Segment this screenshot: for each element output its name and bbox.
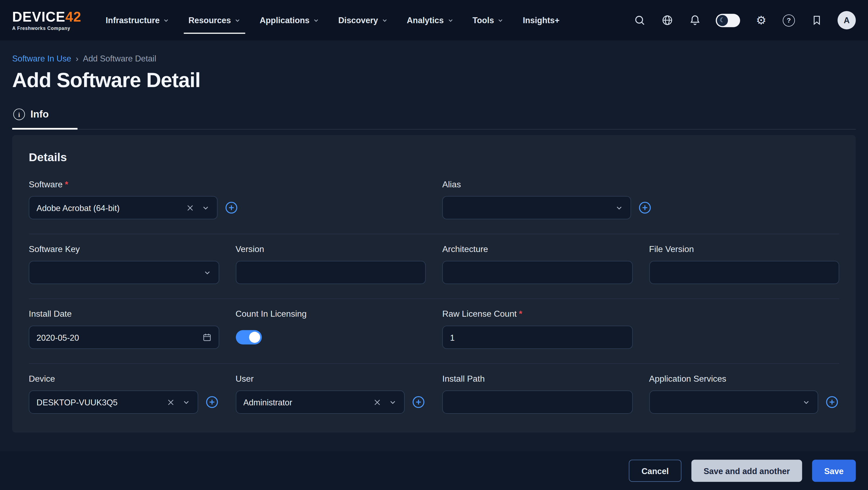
- chevron-down-icon: [381, 17, 388, 24]
- install-date-input-box: [29, 325, 219, 349]
- chevron-down-icon[interactable]: [802, 398, 810, 406]
- moon-icon: ☾: [717, 15, 728, 26]
- field-label: Install Date: [29, 309, 72, 319]
- user-select[interactable]: Administrator: [236, 391, 405, 414]
- form-row-1: Software* Adobe Acrobat (64-bit) Alias: [29, 170, 839, 234]
- nav-item-applications[interactable]: Applications: [260, 0, 319, 40]
- version-input[interactable]: [243, 268, 418, 277]
- brand-logo[interactable]: DEVICE42 A Freshworks Company: [12, 10, 81, 31]
- application-services-select[interactable]: [649, 391, 818, 414]
- add-application-service-button[interactable]: [825, 395, 839, 409]
- software-select[interactable]: Adobe Acrobat (64-bit): [29, 196, 218, 219]
- calendar-icon[interactable]: [202, 333, 211, 342]
- count-in-licensing-toggle[interactable]: [236, 330, 261, 344]
- field-label: Architecture: [442, 244, 488, 254]
- bookmark-icon[interactable]: [810, 13, 823, 27]
- chevron-down-icon: [235, 17, 241, 24]
- field-user: User Administrator: [236, 374, 426, 414]
- field-label: Raw License Count: [442, 309, 517, 319]
- required-marker: *: [519, 309, 522, 319]
- add-user-button[interactable]: [411, 395, 426, 409]
- top-navbar: DEVICE42 A Freshworks Company Infrastruc…: [0, 0, 868, 40]
- user-avatar[interactable]: A: [838, 11, 856, 29]
- file-version-input-box: [649, 261, 839, 284]
- main-nav: Infrastructure Resources Applications Di…: [105, 0, 560, 40]
- action-footer: Cancel Save and add another Save: [0, 452, 868, 490]
- install-path-input-box: [442, 391, 632, 414]
- chevron-down-icon[interactable]: [182, 398, 190, 406]
- tab-label: Info: [30, 109, 49, 120]
- info-icon: i: [13, 109, 25, 120]
- field-count-in-licensing: Count In Licensing: [236, 309, 426, 349]
- field-label: Device: [29, 374, 55, 384]
- chevron-down-icon[interactable]: [202, 203, 210, 212]
- raw-license-count-input[interactable]: [450, 333, 625, 342]
- settings-gear-icon[interactable]: ⚙: [754, 13, 768, 27]
- save-and-add-another-button[interactable]: Save and add another: [691, 460, 802, 482]
- file-version-input[interactable]: [657, 268, 831, 277]
- globe-icon[interactable]: [660, 13, 674, 27]
- chevron-down-icon[interactable]: [389, 398, 397, 406]
- chevron-down-icon: [447, 17, 454, 24]
- tab-bar: i Info: [12, 109, 856, 129]
- add-device-button[interactable]: [205, 395, 219, 409]
- toggle-knob: [249, 332, 260, 343]
- chevron-down-icon[interactable]: [615, 203, 623, 212]
- form-row-2: Software Key Version: [29, 234, 839, 298]
- nav-item-discovery[interactable]: Discovery: [338, 0, 388, 40]
- chevron-down-icon[interactable]: [203, 268, 211, 277]
- field-software: Software* Adobe Acrobat (64-bit): [29, 179, 426, 220]
- install-date-input[interactable]: [37, 333, 202, 342]
- clear-icon[interactable]: [186, 203, 194, 212]
- architecture-input[interactable]: [450, 268, 625, 277]
- brand-tagline: A Freshworks Company: [12, 25, 81, 31]
- breadcrumb-parent-link[interactable]: Software In Use: [12, 54, 71, 63]
- field-application-services: Application Services: [649, 374, 839, 414]
- save-button[interactable]: Save: [812, 460, 856, 482]
- field-label: Application Services: [649, 374, 726, 384]
- brand-name: DEVICE42: [12, 10, 81, 24]
- software-key-select[interactable]: [29, 261, 219, 284]
- field-file-version: File Version: [649, 244, 839, 284]
- clear-icon[interactable]: [166, 398, 175, 406]
- nav-item-infrastructure[interactable]: Infrastructure: [105, 0, 169, 40]
- chevron-down-icon: [313, 17, 319, 24]
- field-raw-license-count: Raw License Count*: [442, 309, 632, 349]
- dark-mode-toggle[interactable]: ☾: [716, 13, 740, 27]
- field-label: User: [236, 374, 253, 384]
- field-software-key: Software Key: [29, 244, 219, 284]
- breadcrumb-current: Add Software Detail: [83, 54, 156, 63]
- form-row-3: Install Date Count In Licensing Raw Lice…: [29, 299, 839, 363]
- details-panel: Details Software* Adobe Acrobat (64-bit): [12, 135, 856, 432]
- field-label: Version: [236, 244, 264, 254]
- section-title: Details: [29, 151, 839, 164]
- field-alias: Alias: [442, 179, 839, 220]
- clear-icon[interactable]: [373, 398, 381, 406]
- help-icon[interactable]: ?: [782, 13, 795, 27]
- chevron-down-icon: [497, 17, 504, 24]
- nav-item-resources[interactable]: Resources: [189, 0, 241, 40]
- field-label: File Version: [649, 244, 694, 254]
- chevron-down-icon: [163, 17, 170, 24]
- page-title: Add Software Detail: [12, 69, 856, 92]
- field-label: Install Path: [442, 374, 485, 384]
- nav-item-analytics[interactable]: Analytics: [407, 0, 454, 40]
- tab-info[interactable]: i Info: [12, 109, 77, 129]
- install-path-input[interactable]: [450, 397, 625, 407]
- search-icon[interactable]: [633, 13, 646, 27]
- breadcrumb-separator: ›: [76, 54, 79, 63]
- cancel-button[interactable]: Cancel: [629, 460, 682, 482]
- add-alias-button[interactable]: [638, 201, 652, 215]
- field-label: Count In Licensing: [236, 309, 307, 319]
- app-window: DEVICE42 A Freshworks Company Infrastruc…: [0, 0, 868, 490]
- nav-item-tools[interactable]: Tools: [472, 0, 504, 40]
- version-input-box: [236, 261, 426, 284]
- notifications-bell-icon[interactable]: [688, 13, 701, 27]
- alias-select[interactable]: [442, 196, 631, 219]
- field-label: Software: [29, 179, 63, 190]
- device-select[interactable]: DESKTOP-VUUK3Q5: [29, 391, 198, 414]
- nav-item-insights[interactable]: Insights+: [523, 0, 560, 40]
- add-software-button[interactable]: [224, 201, 239, 215]
- breadcrumb: Software In Use › Add Software Detail: [12, 54, 856, 63]
- field-spacer: [649, 309, 839, 349]
